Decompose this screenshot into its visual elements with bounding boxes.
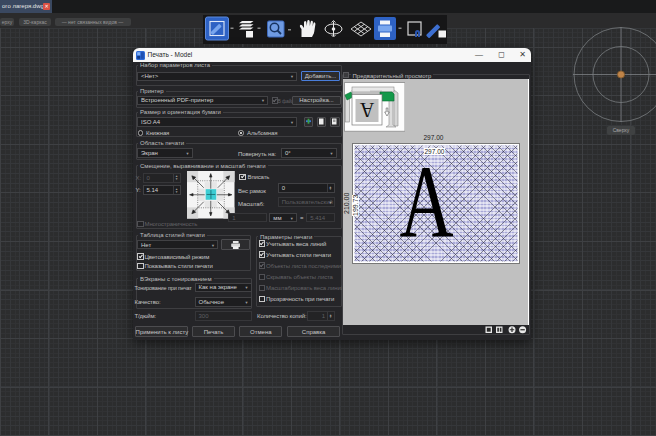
svg-text:A: A — [359, 98, 374, 120]
